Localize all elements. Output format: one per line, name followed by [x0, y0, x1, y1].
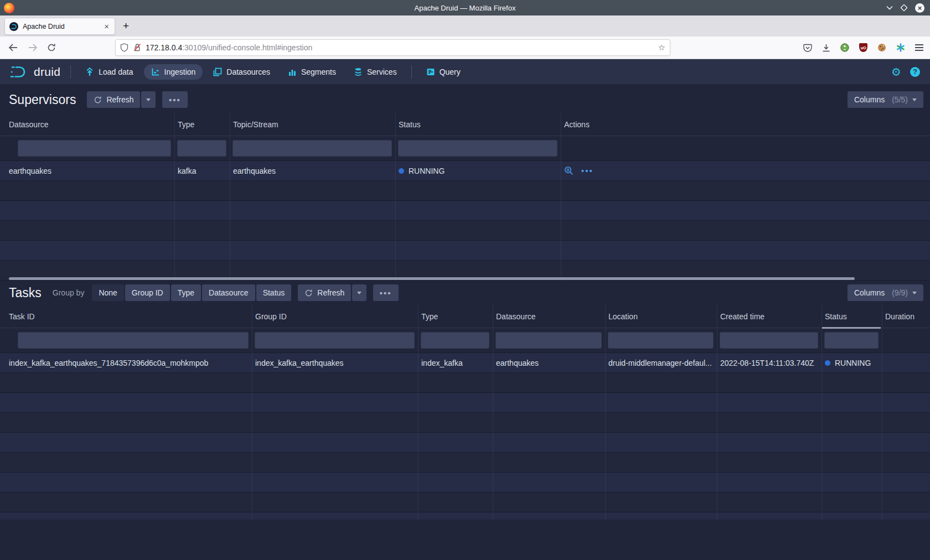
column-header[interactable]: Status: [395, 113, 561, 136]
column-header[interactable]: Datasource: [493, 305, 605, 328]
nav-item-datasources[interactable]: Datasources: [206, 64, 277, 80]
settings-gear-icon[interactable]: ⚙: [891, 66, 901, 77]
task-row[interactable]: index_kafka_earthquakes_7184357396d6c0a_…: [0, 353, 930, 373]
column-divider: [418, 305, 418, 520]
column-divider: [174, 113, 175, 281]
column-header[interactable]: Type: [174, 113, 230, 136]
bookmark-star-icon[interactable]: ☆: [658, 43, 665, 53]
filter-location-input[interactable]: [608, 332, 714, 349]
supervisors-refresh-button[interactable]: Refresh: [87, 91, 140, 108]
tasks-columns-button[interactable]: Columns(9/9): [848, 284, 923, 301]
column-header[interactable]: Actions: [561, 113, 930, 136]
filter-status-input[interactable]: [824, 332, 879, 349]
filter-topic-input[interactable]: [232, 140, 392, 157]
column-divider: [561, 113, 561, 281]
downloads-icon[interactable]: [822, 44, 830, 52]
column-divider: [252, 305, 252, 520]
window-close-button[interactable]: ×: [915, 3, 924, 13]
inspect-magnifier-icon[interactable]: [564, 166, 574, 175]
more-icon: •••: [169, 95, 181, 105]
back-icon[interactable]: [4, 44, 21, 51]
column-header-sorted[interactable]: Status: [822, 305, 882, 328]
nav-item-label: Services: [367, 68, 397, 76]
ublock-icon[interactable]: uO: [859, 43, 867, 52]
browser-tab[interactable]: Apache Druid ×: [4, 18, 115, 35]
column-header[interactable]: Task ID: [0, 305, 252, 328]
tasks-refresh-button[interactable]: Refresh: [298, 284, 351, 301]
running-status-dot: [825, 360, 830, 366]
filter-group-id-input[interactable]: [255, 332, 415, 349]
column-divider: [395, 113, 396, 281]
column-divider: [717, 305, 717, 520]
column-header[interactable]: Created time: [717, 305, 822, 328]
filter-type-input[interactable]: [177, 140, 226, 157]
tasks-refresh-caret-button[interactable]: [352, 284, 366, 301]
column-header[interactable]: Group ID: [252, 305, 418, 328]
column-header[interactable]: Datasource: [0, 113, 174, 136]
cell-status: RUNNING: [822, 353, 882, 372]
group-by-type-button[interactable]: Type: [171, 284, 201, 301]
ingestion-icon: [151, 68, 160, 76]
nav-item-ingestion[interactable]: Ingestion: [144, 64, 203, 80]
new-tab-button[interactable]: +: [123, 20, 129, 32]
tasks-title: Tasks: [9, 286, 42, 300]
more-icon: •••: [380, 288, 392, 298]
window-titlebar: Apache Druid — Mozilla Firefox ×: [0, 0, 930, 15]
empty-row: [0, 241, 930, 261]
supervisors-more-button[interactable]: •••: [162, 91, 188, 108]
group-by-status-button[interactable]: Status: [256, 284, 292, 301]
extension-green-icon[interactable]: [840, 43, 849, 52]
row-more-actions-icon[interactable]: •••: [581, 167, 593, 175]
help-icon[interactable]: ?: [910, 67, 920, 77]
druid-brand[interactable]: druid: [6, 65, 65, 79]
empty-row: [0, 221, 930, 241]
filter-type-input[interactable]: [421, 332, 489, 349]
column-header[interactable]: Type: [418, 305, 493, 328]
window-minimize-icon[interactable]: [886, 6, 893, 10]
tasks-filter-row: [0, 328, 930, 353]
reload-icon[interactable]: [43, 43, 60, 52]
query-icon: [426, 68, 435, 76]
columns-label: Columns: [854, 95, 885, 104]
group-by-none-button[interactable]: None: [92, 284, 123, 301]
url-bar[interactable]: 172.18.0.4:30109/unified-console.html#in…: [115, 39, 670, 56]
supervisor-row[interactable]: earthquakes kafka earthquakes RUNNING ••…: [0, 161, 930, 181]
tab-title: Apache Druid: [23, 23, 103, 30]
lock-disabled-icon[interactable]: [133, 43, 141, 52]
tasks-more-button[interactable]: •••: [373, 284, 399, 301]
services-icon: [354, 68, 363, 76]
horizontal-scrollbar[interactable]: [9, 277, 855, 280]
group-by-group-id-button[interactable]: Group ID: [125, 284, 170, 301]
cookie-icon[interactable]: [877, 43, 886, 52]
column-header[interactable]: Duration: [882, 305, 930, 328]
nav-item-services[interactable]: Services: [347, 64, 404, 80]
console-content: Supervisors Refresh ••• Columns(5/5) Dat…: [0, 84, 930, 560]
nav-item-load-data[interactable]: Load data: [78, 64, 140, 80]
column-header[interactable]: Location: [605, 305, 717, 328]
column-header[interactable]: Topic/Stream: [230, 113, 395, 136]
menu-hamburger-icon[interactable]: [915, 43, 923, 53]
filter-datasource-input[interactable]: [495, 332, 602, 349]
window-maximize-icon[interactable]: [901, 4, 907, 11]
url-path: :30109/unified-console.html#ingestion: [182, 43, 312, 52]
refresh-icon: [304, 289, 313, 297]
nav-item-query[interactable]: Query: [419, 64, 468, 80]
filter-task-id-input[interactable]: [18, 332, 249, 349]
nav-item-label: Ingestion: [164, 68, 196, 76]
nav-item-segments[interactable]: Segments: [281, 64, 343, 80]
supervisors-columns-button[interactable]: Columns(5/5): [848, 91, 923, 108]
filter-created-time-input[interactable]: [720, 332, 818, 349]
extension-asterisk-icon[interactable]: [896, 43, 905, 52]
tab-close-icon[interactable]: ×: [103, 22, 110, 31]
empty-row: [0, 492, 930, 512]
shield-icon[interactable]: [120, 43, 128, 52]
forward-icon[interactable]: [24, 44, 41, 51]
group-by-datasource-button[interactable]: Datasource: [202, 284, 255, 301]
url-text[interactable]: 172.18.0.4:30109/unified-console.html#in…: [146, 43, 658, 52]
pocket-icon[interactable]: [803, 44, 812, 52]
supervisors-refresh-caret-button[interactable]: [141, 91, 156, 108]
cell-created-time: 2022-08-15T14:11:03.740Z: [717, 353, 822, 372]
cell-actions: •••: [561, 161, 930, 180]
filter-datasource-input[interactable]: [18, 140, 171, 157]
filter-status-input[interactable]: [398, 140, 557, 157]
